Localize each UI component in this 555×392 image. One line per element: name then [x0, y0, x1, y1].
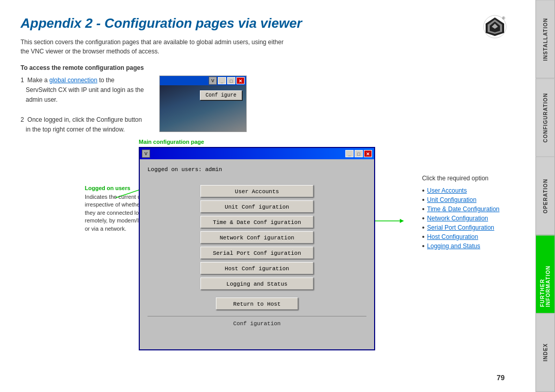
list-item: • User Accounts [422, 186, 499, 195]
option-unit-configuration-link[interactable]: Unit Configuration [427, 196, 476, 203]
config-title-icon: V [142, 150, 150, 158]
return-to-host-button[interactable]: Return to Host [216, 297, 298, 310]
click-required-text: Click the required option [422, 175, 499, 182]
logging-status-button[interactable]: Logging and Status [200, 277, 313, 290]
right-info-panel: Click the required option • User Account… [422, 175, 499, 251]
main-content: ® Appendix 2 - Configuration pages via v… [0, 0, 535, 392]
maximize-button-small[interactable]: □ [227, 77, 235, 84]
configure-button[interactable]: Conf igure [200, 90, 242, 100]
list-item: • Unit Configuration [422, 195, 499, 204]
list-item: • Serial Port Configuration [422, 223, 499, 232]
list-item: • Network Configuration [422, 214, 499, 223]
option-network-configuration-link[interactable]: Network Configuration [427, 215, 488, 222]
time-date-configuration-button[interactable]: Time & Date Conf iguration [200, 216, 313, 228]
config-win-buttons: _ □ ✕ [345, 150, 372, 157]
bullet-icon: • [422, 224, 424, 231]
steps-area: 1 Make a global connection to the ServSw… [21, 76, 515, 135]
page-number: 79 [496, 374, 505, 382]
config-titlebar: V _ □ ✕ [140, 148, 374, 159]
network-configuration-button[interactable]: Network Conf iguration [200, 231, 313, 244]
unit-configuration-button[interactable]: Unit Conf iguration [200, 200, 313, 213]
step-1: 1 Make a global connection to the ServSw… [21, 76, 144, 105]
small-win-buttons: _ □ ✕ [218, 77, 245, 84]
sidebar-tab-configuration[interactable]: Configuration [535, 79, 555, 157]
serial-port-configuration-button[interactable]: Serial Port Conf iguration [200, 247, 313, 259]
config-minimize-button[interactable]: _ [345, 150, 354, 157]
close-button-small[interactable]: ✕ [236, 77, 245, 84]
config-window-label: Main configuration page [139, 139, 380, 145]
step-2: 2 Once logged in, click the Configure bu… [21, 115, 144, 135]
menu-buttons: User Accounts Unit Conf iguration Time &… [147, 185, 366, 290]
minimize-button-small[interactable]: _ [218, 77, 226, 84]
option-user-accounts-link[interactable]: User Accounts [427, 187, 467, 194]
config-close-button[interactable]: ✕ [364, 150, 372, 157]
host-configuration-button[interactable]: Host Conf iguration [200, 262, 313, 274]
small-titlebar: V _ □ ✕ [160, 76, 246, 85]
logged-on-line: Logged on users: admin [147, 164, 366, 175]
config-maximize-button[interactable]: □ [355, 150, 363, 157]
config-window-area: Main configuration page V _ □ ✕ Logged o… [139, 139, 380, 350]
logo: ® [483, 14, 507, 39]
bullet-icon: • [422, 196, 424, 203]
list-item: • Logging and Status [422, 241, 499, 251]
bullet-icon: • [422, 206, 424, 213]
small-screenshot: V _ □ ✕ Conf igure [159, 76, 247, 132]
option-list: • User Accounts • Unit Configuration • T… [422, 186, 499, 251]
sidebar-tab-operation[interactable]: Operation [535, 157, 555, 235]
user-accounts-button[interactable]: User Accounts [200, 185, 313, 197]
list-item: • Time & Date Configuration [422, 204, 499, 214]
sidebar-tab-index[interactable]: Index [535, 313, 555, 392]
section-heading: To access the remote configuration pages [21, 64, 515, 71]
small-title-icon: V [209, 77, 217, 85]
bullet-icon: • [422, 233, 424, 240]
page-title: Appendix 2 - Configuration pages via vie… [21, 15, 515, 31]
config-footer: Conf iguration [147, 316, 366, 327]
sidebar-tab-further-information[interactable]: Further Information [535, 235, 555, 314]
intro-text: This section covers the configuration pa… [21, 38, 288, 56]
config-window: V _ □ ✕ Logged on users: admin User Acco… [139, 147, 375, 350]
bullet-icon: • [422, 242, 424, 250]
option-host-configuration-link[interactable]: Host Configuration [427, 233, 478, 240]
svg-text:®: ® [502, 16, 505, 21]
option-time-date-configuration-link[interactable]: Time & Date Configuration [427, 206, 499, 213]
list-item: • Host Configuration [422, 232, 499, 241]
bullet-icon: • [422, 187, 424, 194]
sidebar: Installation Configuration Operation Fur… [535, 0, 555, 392]
steps-text: 1 Make a global connection to the ServSw… [21, 76, 144, 135]
config-body: Logged on users: admin User Accounts Uni… [140, 159, 374, 349]
option-logging-status-link[interactable]: Logging and Status [427, 242, 480, 250]
option-serial-port-configuration-link[interactable]: Serial Port Configuration [427, 224, 494, 231]
sidebar-tab-installation[interactable]: Installation [535, 0, 555, 79]
global-connection-link[interactable]: global connection [49, 77, 97, 84]
bullet-icon: • [422, 215, 424, 222]
